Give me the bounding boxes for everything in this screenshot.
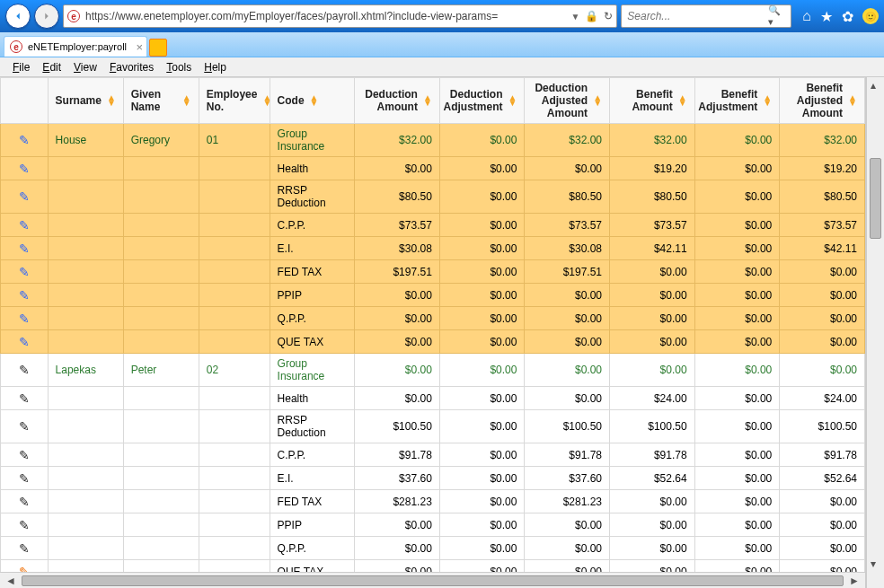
table-row: ✎C.P.P.$91.78$0.00$91.78$91.78$0.00$91.7… — [1, 443, 865, 467]
vertical-scrollbar[interactable]: ▴ ▾ — [866, 77, 884, 588]
edit-icon[interactable]: ✎ — [19, 518, 30, 532]
ben_adj-link[interactable]: $0.00 — [745, 364, 772, 376]
edit-icon[interactable]: ✎ — [19, 312, 30, 326]
cell-empno — [199, 260, 270, 284]
edit-icon[interactable]: ✎ — [19, 162, 30, 176]
empno-link[interactable]: 02 — [207, 364, 218, 376]
sort-icon[interactable] — [678, 95, 687, 106]
forward-button[interactable] — [34, 4, 59, 29]
sort-icon[interactable] — [262, 95, 271, 106]
col-header-ded_adj[interactable]: Deduction Adjustment — [439, 78, 525, 124]
col-header-code[interactable]: Code — [270, 78, 355, 124]
feedback-icon[interactable]: 🙂 — [862, 8, 879, 24]
given-link[interactable]: Gregory — [131, 134, 170, 146]
code-link[interactable]: Group Insurance — [278, 357, 325, 382]
scroll-left-icon[interactable]: ◄ — [0, 575, 22, 587]
home-icon[interactable]: ⌂ — [802, 8, 811, 24]
hscroll-thumb[interactable] — [22, 575, 844, 586]
ded_adj_amt-link[interactable]: $0.00 — [575, 364, 602, 376]
refresh-icon[interactable]: ↻ — [604, 10, 613, 22]
menu-favorites[interactable]: Favorites — [104, 59, 159, 75]
tab-close-icon[interactable]: × — [136, 40, 143, 54]
ben_adj-link[interactable]: $0.00 — [745, 134, 772, 146]
ded_amt-link[interactable]: $32.00 — [399, 134, 432, 146]
sort-icon[interactable] — [763, 95, 772, 106]
menu-tools[interactable]: Tools — [161, 59, 197, 75]
edit-icon[interactable]: ✎ — [19, 419, 30, 434]
search-bar[interactable]: 🔍▾ — [621, 4, 791, 28]
surname-link[interactable]: House — [56, 134, 87, 146]
menu-help[interactable]: Help — [199, 59, 232, 75]
col-header-surname[interactable]: Surname — [48, 78, 123, 124]
col-header-given[interactable]: Given Name — [123, 78, 199, 124]
sort-icon[interactable] — [508, 95, 517, 106]
sort-icon[interactable] — [848, 95, 857, 106]
menu-file[interactable]: File — [7, 59, 35, 75]
horizontal-scrollbar[interactable]: ◄ ► — [0, 572, 865, 588]
ben_amt-link[interactable]: $32.00 — [654, 134, 687, 146]
edit-icon[interactable]: ✎ — [19, 189, 30, 204]
cell-ded_adj: $0.00 — [439, 410, 525, 443]
cell-ben_adj: $0.00 — [694, 237, 780, 260]
edit-icon[interactable]: ✎ — [19, 218, 30, 233]
col-header-ded_adj_amt[interactable]: Deduction Adjusted Amount — [525, 78, 610, 124]
edit-icon[interactable]: ✎ — [19, 265, 30, 279]
ded_adj_amt-link[interactable]: $32.00 — [569, 134, 602, 146]
settings-icon[interactable]: ✿ — [842, 8, 853, 25]
col-header-ded_amt[interactable]: Deduction Amount — [355, 78, 440, 124]
sort-icon[interactable] — [182, 95, 191, 106]
sort-icon[interactable] — [423, 95, 432, 106]
edit-icon[interactable]: ✎ — [19, 133, 30, 147]
scroll-right-icon[interactable]: ► — [844, 575, 865, 587]
vscroll-thumb[interactable] — [870, 158, 881, 239]
surname-link[interactable]: Lapekas — [56, 364, 96, 376]
tab-payroll[interactable]: e eNETEmployer:payroll × — [4, 36, 147, 57]
col-header-ben_adj_amt[interactable]: Benefit Adjusted Amount — [780, 78, 865, 124]
scroll-down-icon[interactable]: ▾ — [871, 557, 876, 570]
scroll-up-icon[interactable]: ▴ — [871, 79, 876, 92]
dropdown-icon[interactable]: ▼ — [570, 12, 579, 22]
ded_adj-link[interactable]: $0.00 — [490, 364, 517, 376]
edit-icon[interactable]: ✎ — [19, 391, 30, 406]
address-bar[interactable]: e https://www.enetemployer.com/myEmploye… — [63, 4, 617, 28]
empno-link[interactable]: 01 — [207, 134, 218, 146]
code-link[interactable]: Group Insurance — [278, 127, 325, 153]
back-button[interactable] — [5, 4, 31, 29]
edit-icon[interactable]: ✎ — [19, 288, 30, 303]
cell-ben_adj: $0.00 — [694, 157, 780, 180]
edit-icon[interactable]: ✎ — [19, 495, 30, 509]
ben_amt-link[interactable]: $0.00 — [660, 364, 687, 376]
sort-icon[interactable] — [310, 95, 319, 106]
cell-ben_amt: $0.00 — [610, 490, 695, 513]
ded_adj-link[interactable]: $0.00 — [490, 134, 517, 146]
menu-view[interactable]: View — [68, 59, 102, 75]
menu-edit[interactable]: Edit — [37, 59, 66, 75]
cell-ded_adj: $0.00 — [439, 490, 525, 513]
sort-icon[interactable] — [593, 95, 602, 106]
search-icon[interactable]: 🔍▾ — [768, 4, 785, 28]
ben_adj_amt-link[interactable]: $32.00 — [824, 134, 857, 146]
cell-ded_adj: $0.00 — [439, 537, 525, 560]
col-header-empno[interactable]: Employee No. — [199, 78, 270, 124]
new-tab-button[interactable] — [149, 39, 167, 57]
cell-ben_adj: $0.00 — [694, 490, 780, 513]
cell-empno — [199, 513, 270, 537]
search-input[interactable] — [627, 10, 763, 22]
cell-ben_adj: $0.00 — [694, 260, 780, 284]
col-header-ben_adj[interactable]: Benefit Adjustment — [694, 78, 780, 124]
cell-given — [123, 467, 199, 490]
cell-ben_adj_amt: $0.00 — [780, 513, 865, 537]
edit-icon[interactable]: ✎ — [19, 448, 30, 462]
edit-icon[interactable]: ✎ — [19, 335, 30, 349]
given-link[interactable]: Peter — [131, 364, 157, 376]
edit-icon[interactable]: ✎ — [19, 471, 30, 486]
ben_adj_amt-link[interactable]: $0.00 — [830, 364, 857, 376]
edit-icon[interactable]: ✎ — [19, 541, 30, 556]
sort-icon[interactable] — [107, 95, 116, 106]
edit-icon[interactable]: ✎ — [19, 363, 30, 377]
ded_amt-link[interactable]: $0.00 — [405, 364, 432, 376]
edit-icon[interactable]: ✎ — [19, 565, 30, 573]
edit-icon[interactable]: ✎ — [19, 241, 30, 256]
col-header-ben_amt[interactable]: Benefit Amount — [610, 78, 695, 124]
favorites-icon[interactable]: ★ — [820, 8, 833, 25]
